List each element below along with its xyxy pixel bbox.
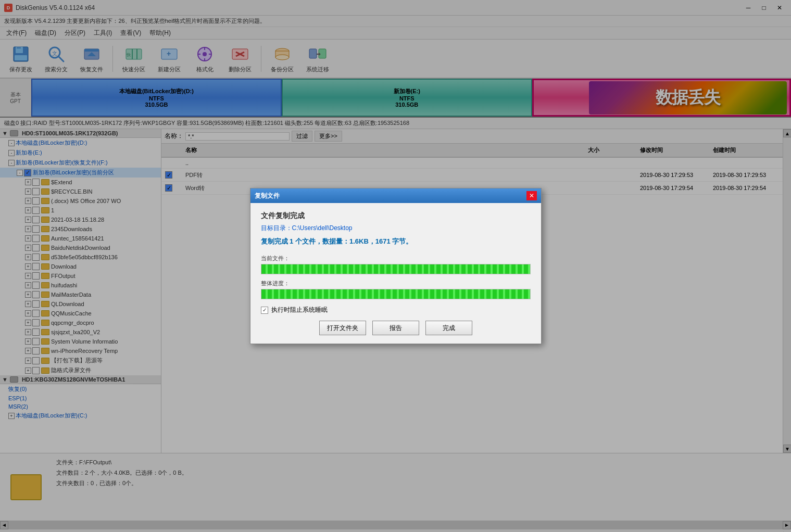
current-file-section: 当前文件： <box>261 255 531 274</box>
open-folder-button[interactable]: 打开文件夹 <box>319 321 366 335</box>
done-button[interactable]: 完成 <box>425 321 472 335</box>
dialog-result: 复制完成 1 个文件，数据量：1.6KB，1671 字节。 <box>261 237 531 246</box>
overall-progress <box>261 289 531 299</box>
overall-label: 整体进度： <box>261 280 531 287</box>
overall-section: 整体进度： <box>261 280 531 299</box>
checkbox-row: 执行时阻止系统睡眠 <box>261 306 531 314</box>
current-file-label: 当前文件： <box>261 255 531 262</box>
copy-dialog: 复制文件 ✕ 文件复制完成 目标目录：C:\Users\dell\Desktop… <box>250 188 542 344</box>
report-button[interactable]: 报告 <box>372 321 419 335</box>
current-file-bar <box>261 264 530 274</box>
dialog-heading: 文件复制完成 <box>261 211 531 221</box>
dialog-title-text: 复制文件 <box>255 192 280 200</box>
checkbox-label: 执行时阻止系统睡眠 <box>271 306 328 314</box>
dialog-titlebar: 复制文件 ✕ <box>250 188 541 203</box>
sleep-checkbox[interactable] <box>261 307 268 314</box>
dialog-body: 文件复制完成 目标目录：C:\Users\dell\Desktop 复制完成 1… <box>250 203 541 344</box>
dialog-buttons: 打开文件夹 报告 完成 <box>261 321 531 335</box>
dialog-overlay: 复制文件 ✕ 文件复制完成 目标目录：C:\Users\dell\Desktop… <box>0 0 791 532</box>
dialog-target: 目标目录：C:\Users\dell\Desktop <box>261 224 531 233</box>
overall-bar <box>261 289 530 299</box>
dialog-close-button[interactable]: ✕ <box>526 191 537 200</box>
current-file-progress <box>261 264 531 274</box>
